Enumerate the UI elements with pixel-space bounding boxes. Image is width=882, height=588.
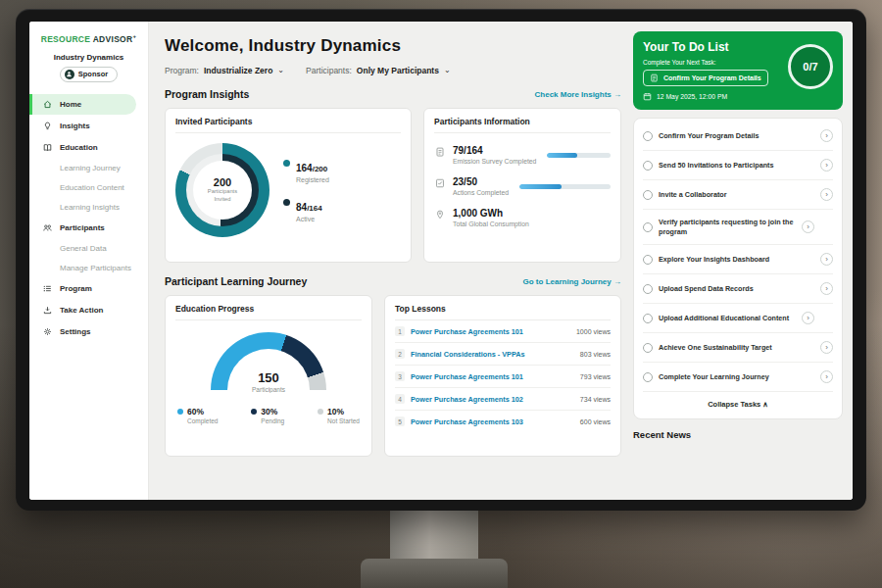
collapse-tasks-link[interactable]: Collapse Tasks ∧ [643, 392, 833, 416]
org-name: Industry Dynamics [29, 53, 148, 62]
lesson-link[interactable]: Power Purchase Agreements 101 [411, 327, 570, 336]
chevron-right-icon[interactable]: › [820, 129, 833, 142]
task-checkbox[interactable] [643, 284, 653, 294]
task-row[interactable]: Achieve One Sustainability Target › [643, 333, 833, 363]
todo-header-card: Your To Do List Complete Your Next Task:… [633, 31, 843, 110]
section-title: Program Insights [165, 88, 249, 100]
sidebar-item-education[interactable]: Education [29, 137, 148, 158]
lesson-link[interactable]: Financial Considerations - VPPAs [411, 350, 574, 359]
settings-icon [42, 326, 53, 337]
monitor-stand-base [361, 559, 508, 588]
person-icon [65, 70, 74, 79]
education-icon [42, 142, 53, 153]
task-checkbox[interactable] [643, 314, 653, 323]
task-row[interactable]: Upload Additional Educational Content › [643, 304, 833, 333]
logo-secondary: ADVISOR [93, 34, 133, 44]
lesson-link[interactable]: Power Purchase Agreements 101 [411, 372, 574, 381]
sidebar: RESOURCE ADVISOR+ Industry Dynamics Spon… [29, 22, 149, 500]
learning-journey-header: Participant Learning Journey Go to Learn… [165, 275, 621, 287]
pin-icon [434, 209, 446, 220]
chevron-right-icon[interactable]: › [820, 341, 833, 354]
todo-due-date: 12 May 2025, 12:00 PM [643, 92, 833, 101]
task-row[interactable]: Upload Spend Data Records › [643, 274, 833, 304]
sidebar-item-home[interactable]: Home [29, 94, 136, 115]
task-checkbox[interactable] [643, 372, 653, 382]
task-label: Complete Your Learning Journey [659, 372, 814, 382]
chevron-right-icon[interactable]: › [820, 282, 833, 295]
task-row[interactable]: Complete Your Learning Journey › [643, 363, 833, 392]
sidebar-item-label: Education [60, 143, 98, 152]
sidebar-item-education-content[interactable]: Education Content [29, 178, 148, 197]
home-icon [42, 99, 53, 110]
task-row[interactable]: Verify participants requesting to join t… [643, 210, 833, 245]
task-row[interactable]: Confirm Your Program Details › [643, 122, 833, 151]
program-icon [42, 283, 53, 294]
legend-value: 30% [261, 407, 284, 416]
lesson-rank: 1 [395, 326, 405, 336]
checklist-icon [434, 177, 446, 189]
invited-donut-outer: 200 Participants Invited [175, 143, 270, 237]
sidebar-item-label: Manage Participants [60, 264, 131, 272]
stat-label: Emission Survey Completed [453, 158, 536, 165]
sidebar-item-participants[interactable]: Participants [29, 218, 148, 238]
lesson-link[interactable]: Power Purchase Agreements 103 [411, 417, 574, 426]
legend-item-completed: 60% Completed [177, 407, 218, 424]
sidebar-item-label: Program [60, 284, 92, 293]
monitor-bezel: RESOURCE ADVISOR+ Industry Dynamics Spon… [16, 9, 866, 511]
chevron-right-icon[interactable]: › [820, 159, 833, 172]
sidebar-item-general-data[interactable]: General Data [29, 239, 148, 258]
lesson-views: 803 views [580, 351, 611, 358]
sidebar-item-learning-journey[interactable]: Learning Journey [29, 159, 148, 177]
stat-value: 79/164 [453, 145, 536, 156]
sidebar-item-settings[interactable]: Settings [29, 321, 148, 342]
sponsor-badge: Sponsor [60, 67, 118, 82]
insights-icon [42, 121, 53, 131]
chevron-right-icon[interactable]: › [802, 220, 814, 233]
task-row[interactable]: Explore Your Insights Dashboard › [643, 245, 833, 274]
chevron-down-icon: ⌄ [444, 67, 451, 74]
participants-filter-dropdown[interactable]: Participants: Only My Participants ⌄ [306, 66, 451, 75]
task-checkbox[interactable] [643, 255, 653, 265]
filter-value: Industrialize Zero [204, 66, 272, 75]
invited-donut-center: 200 Participants Invited [193, 161, 252, 220]
sidebar-item-label: Education Content [60, 183, 124, 192]
invited-participants-card: Invited Participants 200 Participants In… [165, 108, 412, 263]
lesson-rank: 5 [395, 416, 405, 426]
task-row[interactable]: Invite a Collaborator › [643, 180, 833, 210]
filter-label: Participants: [306, 66, 352, 75]
link-label: Check More Insights [535, 90, 612, 99]
sidebar-item-take-action[interactable]: Take Action [29, 300, 148, 320]
go-to-learning-journey-link[interactable]: Go to Learning Journey → [523, 277, 621, 286]
task-checkbox[interactable] [643, 161, 653, 171]
link-label: Go to Learning Journey [523, 277, 612, 286]
chevron-right-icon[interactable]: › [802, 312, 814, 324]
sidebar-item-label: Participants [60, 223, 105, 232]
chevron-right-icon[interactable]: › [820, 370, 833, 383]
task-checkbox[interactable] [643, 343, 653, 353]
collapse-label: Collapse Tasks [708, 400, 760, 409]
sidebar-item-manage-participants[interactable]: Manage Participants [29, 259, 148, 277]
sidebar-item-label: General Data [60, 244, 107, 253]
card-title: Participants Information [434, 117, 611, 133]
task-label: Send 50 Invitations to Participants [659, 161, 814, 171]
task-checkbox[interactable] [643, 222, 653, 232]
task-checkbox[interactable] [643, 131, 653, 141]
check-more-insights-link[interactable]: Check More Insights → [535, 90, 621, 99]
sidebar-item-program[interactable]: Program [29, 278, 148, 299]
legend-value: 60% [187, 407, 218, 416]
program-filter-dropdown[interactable]: Program: Industrialize Zero ⌄ [165, 66, 284, 75]
task-checkbox[interactable] [643, 190, 653, 200]
stat-actions-completed: 23/50 Actions Completed [434, 176, 611, 196]
todo-next-task[interactable]: Confirm Your Program Details [643, 70, 768, 86]
chevron-right-icon[interactable]: › [820, 188, 833, 201]
chevron-right-icon[interactable]: › [820, 253, 833, 266]
program-insights-cards: Invited Participants 200 Participants In… [165, 108, 621, 263]
arrow-right-icon: → [613, 277, 621, 286]
task-label: Confirm Your Program Details [659, 131, 814, 141]
sidebar-item-learning-insights[interactable]: Learning Insights [29, 198, 148, 217]
sidebar-item-insights[interactable]: Insights [29, 116, 148, 136]
task-label: Verify participants requesting to join t… [659, 218, 796, 236]
filter-value: Only My Participants [357, 66, 439, 75]
lesson-link[interactable]: Power Purchase Agreements 102 [411, 395, 574, 404]
task-row[interactable]: Send 50 Invitations to Participants › [643, 151, 833, 180]
